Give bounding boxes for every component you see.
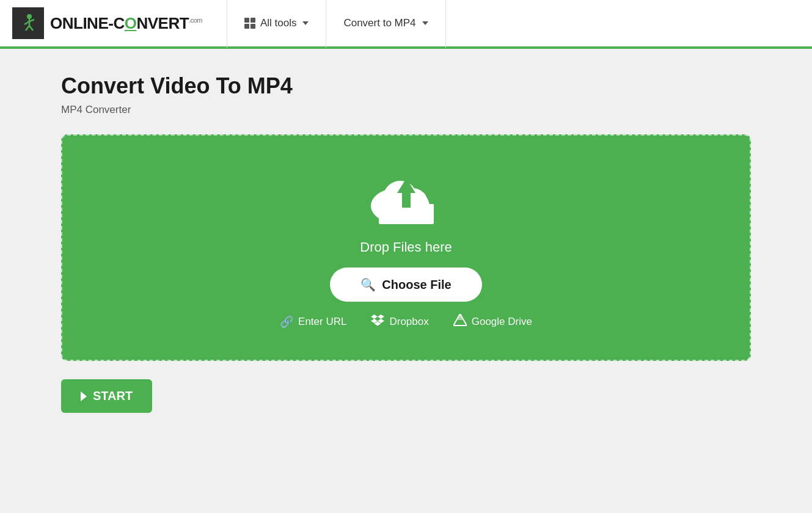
- nav-convert-to-mp4[interactable]: Convert to MP4: [326, 0, 445, 48]
- page-subtitle: MP4 Converter: [61, 104, 751, 116]
- main-content: Convert Video To MP4 MP4 Converter Drop …: [0, 49, 812, 437]
- upload-area[interactable]: Drop Files here 🔍 Choose File 🔗 Enter UR…: [61, 134, 751, 361]
- google-drive-option[interactable]: Google Drive: [453, 314, 532, 329]
- chevron-down-icon-2: [422, 21, 428, 25]
- logo-icon: [12, 7, 44, 39]
- enter-url-label: Enter URL: [298, 316, 346, 328]
- start-button-label: START: [93, 389, 133, 403]
- dropbox-icon: [371, 315, 384, 329]
- start-button[interactable]: START: [61, 379, 152, 413]
- choose-file-label: Choose File: [382, 278, 451, 292]
- dropbox-label: Dropbox: [389, 316, 428, 328]
- svg-point-0: [27, 14, 32, 19]
- nav-convert-label: Convert to MP4: [343, 17, 415, 29]
- choose-file-button[interactable]: 🔍 Choose File: [330, 267, 481, 302]
- link-icon: 🔗: [280, 315, 293, 329]
- header: ONLINE-CONVERT.com All tools Convert to …: [0, 0, 812, 49]
- svg-marker-13: [378, 315, 384, 319]
- logo-area: ONLINE-CONVERT.com: [12, 7, 202, 39]
- extra-options: 🔗 Enter URL Dropbox: [280, 314, 532, 329]
- logo-text: ONLINE-CONVERT.com: [50, 14, 202, 33]
- svg-line-4: [26, 26, 29, 31]
- cloud-upload-icon: [367, 166, 446, 227]
- dropbox-option[interactable]: Dropbox: [371, 315, 428, 329]
- search-icon: 🔍: [360, 277, 376, 292]
- drop-files-text: Drop Files here: [360, 239, 452, 255]
- page-title: Convert Video To MP4: [61, 73, 751, 99]
- chevron-down-icon: [302, 21, 309, 25]
- nav-all-tools-label: All tools: [260, 17, 297, 29]
- svg-line-5: [29, 26, 33, 31]
- enter-url-option[interactable]: 🔗 Enter URL: [280, 315, 346, 329]
- google-drive-label: Google Drive: [472, 316, 532, 328]
- nav-all-tools[interactable]: All tools: [227, 0, 327, 48]
- chevron-right-icon: [81, 391, 87, 401]
- grid-icon: [244, 18, 255, 29]
- google-drive-icon: [453, 314, 467, 329]
- svg-marker-12: [371, 315, 378, 319]
